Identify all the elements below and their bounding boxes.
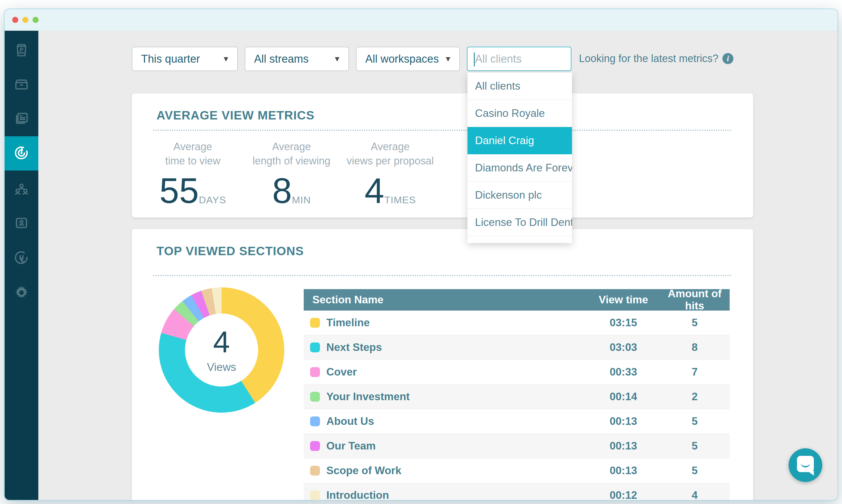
table-row[interactable]: About Us 00:13 5 [304,409,729,434]
col-header-section-name: Section Name [304,294,587,306]
series-color-chip [310,318,320,328]
table-row[interactable]: Next Steps 03:03 8 [304,335,729,360]
info-icon[interactable]: i [722,53,734,64]
table-row[interactable]: Introduction 00:12 4 [304,483,729,501]
sidebar-item-integrations[interactable] [5,241,38,275]
view-time: 00:14 [587,391,660,403]
sidebar-item-metrics[interactable] [5,136,38,170]
minimize-window-button[interactable] [22,17,29,23]
menu-partial-item [467,236,572,243]
window-titlebar [5,9,837,31]
sidebar-item-drawer[interactable] [5,68,38,102]
metric-value: 8 [272,173,292,209]
series-color-chip [310,441,320,451]
series-color-chip [310,342,320,352]
hit-count: 4 [660,489,729,501]
metric-label-line2: length of viewing [253,155,330,167]
proposify-logo-icon: P [13,42,30,60]
chat-launcher-button[interactable] [789,448,822,482]
dotted-divider [153,275,732,276]
view-time: 00:33 [587,366,660,378]
menu-item-daniel-craig[interactable]: Daniel Craig [467,127,572,154]
sidebar-item-clients[interactable] [5,173,38,208]
zoom-window-button[interactable] [33,17,39,23]
table-row[interactable]: Your Investment 00:14 2 [304,384,729,409]
hit-count: 5 [660,317,729,329]
sections-card-title: TOP VIEWED SECTIONS [156,244,304,258]
metric-label-line1: Average [173,141,212,152]
menu-item-license-to-drill[interactable]: License To Drill Denti... [467,209,572,236]
metric-unit: TIMES [384,194,416,205]
clients-dropdown-menu: All clients Casino Royale Daniel Craig D… [467,72,572,243]
series-color-chip [310,466,320,475]
chat-bubble-icon [797,456,814,472]
drawer-icon [13,76,30,94]
donut-center-value: 4 [213,327,230,357]
metrics-row: Average time to view 55 DAYS Average len… [143,140,440,209]
chevron-down-icon: ▼ [444,55,452,64]
hit-count: 8 [660,341,729,354]
section-name: Introduction [326,489,389,501]
series-color-chip [310,490,320,500]
date-range-value: This quarter [141,53,200,65]
view-time: 03:03 [587,341,660,354]
close-window-button[interactable] [12,17,18,23]
section-name: Next Steps [326,341,382,354]
table-row[interactable]: Timeline 03:15 5 [304,310,729,335]
section-name: Your Investment [326,391,410,403]
sidebar-item-contacts[interactable] [5,206,38,241]
series-color-chip [310,416,320,426]
smile-icon [801,463,810,467]
metric-value: 55 [159,173,199,209]
sidebar-item-settings[interactable] [5,276,38,310]
main-content: This quarter ▼ All streams ▼ All workspa… [38,31,837,500]
chevron-down-icon: ▼ [333,55,341,64]
menu-item-casino-royale[interactable]: Casino Royale [467,100,572,127]
hit-count: 5 [660,465,729,477]
sidebar-item-logo[interactable]: P [5,34,38,68]
hit-count: 5 [660,415,729,428]
view-time: 00:12 [587,489,660,501]
metric-time-to-view: Average time to view 55 DAYS [143,140,242,209]
streams-value: All streams [254,53,309,65]
section-name: About Us [326,415,374,428]
dotted-divider [153,130,732,131]
latest-metrics-link[interactable]: Looking for the latest metrics? i [579,53,734,65]
chevron-down-icon: ▼ [222,55,230,64]
menu-item-all-clients[interactable]: All clients [467,72,572,100]
date-range-select[interactable]: This quarter ▼ [132,47,238,71]
window-controls [12,17,39,23]
menu-item-dickenson-plc[interactable]: Dickenson plc [467,182,572,209]
sections-donut-chart: 4 Views [159,287,284,413]
metric-value: 4 [365,173,384,209]
sidebar-item-documents[interactable] [5,102,38,136]
contact-card-icon [13,215,30,233]
metric-unit: DAYS [199,194,226,205]
table-row[interactable]: Cover 00:33 7 [304,360,729,384]
view-time: 00:13 [587,415,660,428]
table-row[interactable]: Scope of Work 00:13 5 [304,458,729,483]
view-time: 03:15 [587,317,660,329]
hit-count: 5 [660,440,729,452]
section-name: Cover [326,366,357,378]
latest-metrics-text: Looking for the latest metrics? [579,53,718,65]
metrics-gauge-icon [13,144,30,162]
gear-icon [13,284,30,302]
sidebar: P [5,31,38,501]
documents-icon [13,110,30,128]
menu-item-diamonds[interactable]: Diamonds Are Forev... [467,154,572,182]
workspaces-select[interactable]: All workspaces ▼ [356,47,460,71]
hit-count: 7 [660,366,729,378]
app-window: P [4,9,838,501]
average-view-metrics-card: AVERAGE VIEW METRICS Average time to vie… [132,93,753,217]
clients-filter-input[interactable]: All clients [467,47,571,71]
text-cursor [474,53,475,67]
table-header-row: Section Name View time Amount of hits [304,289,729,310]
table-row[interactable]: Our Team 00:13 5 [304,434,729,458]
workspaces-value: All workspaces [365,53,439,65]
col-header-view-time: View time [587,294,660,306]
screenshot-stage: P [0,0,842,504]
view-time: 00:13 [587,465,660,477]
series-color-chip [310,392,320,402]
streams-select[interactable]: All streams ▼ [245,47,349,71]
